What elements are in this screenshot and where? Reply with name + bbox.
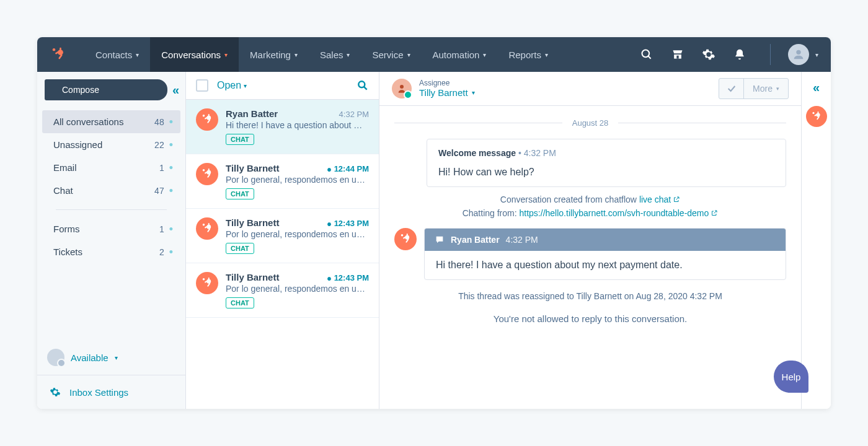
unread-dot-icon: • [169, 120, 173, 125]
thread-avatar-icon [196, 272, 218, 294]
chat-icon [435, 235, 445, 245]
nav-item-automation[interactable]: Automation▾ [422, 37, 498, 72]
collapse-rail-icon[interactable]: « [813, 81, 820, 95]
unread-dot-icon: • [169, 165, 173, 170]
thread-list-header: Open ▾ [186, 72, 379, 100]
caret-down-icon: ▾ [136, 51, 139, 58]
caret-down-icon: ▾ [815, 51, 818, 58]
no-reply-notice: You're not allowed to reply to this conv… [394, 313, 786, 324]
unread-dot-icon: • [169, 250, 173, 255]
caret-down-icon: ▾ [115, 354, 118, 361]
nav-item-sales[interactable]: Sales▾ [309, 37, 361, 72]
thread-avatar-icon [196, 108, 218, 131]
welcome-message-card: Welcome message • 4:32 PM Hi! How can we… [427, 139, 786, 187]
user-presence-avatar-icon [47, 349, 64, 366]
notifications-icon[interactable] [733, 48, 746, 61]
caret-down-icon: ▾ [294, 51, 298, 58]
chat-tag: CHAT [226, 243, 254, 254]
availability-label: Available [71, 352, 108, 363]
thread-avatar-icon [196, 217, 218, 240]
thread-time: 4:32 PM [339, 110, 369, 119]
message-bubble: Ryan Batter 4:32 PM Hi there! I have a q… [424, 228, 786, 280]
assignee-name: Tilly Barnett [419, 87, 468, 98]
caret-down-icon: ▾ [472, 89, 475, 97]
thread-name: Tilly Barnett [226, 163, 279, 173]
mark-done-button[interactable] [719, 79, 744, 98]
chatflow-link[interactable]: live chat [639, 195, 680, 204]
thread-preview: Por lo general, respondemos en u… [226, 284, 369, 294]
assignee-label: Assignee [419, 79, 475, 87]
svg-rect-28 [208, 278, 210, 280]
caret-down-icon: ▾ [347, 51, 350, 58]
search-icon[interactable] [640, 48, 653, 61]
origin-link[interactable]: https://hello.tillybarnett.com/svh-round… [520, 208, 719, 218]
welcome-time: 4:32 PM [524, 148, 556, 158]
thread-list: Open ▾ Ryan Batter4:32 PM Hi there! I ha… [186, 72, 379, 409]
help-button[interactable]: Help [774, 361, 808, 393]
svg-point-9 [796, 50, 800, 55]
conversation-header: Assignee Tilly Barnett ▾ More ▾ [379, 72, 801, 106]
thread-avatar-icon [196, 163, 218, 185]
more-actions-button[interactable]: More ▾ [744, 79, 788, 98]
gear-icon [50, 387, 61, 398]
thread-name: Tilly Barnett [226, 217, 279, 228]
select-all-checkbox[interactable] [196, 79, 208, 92]
folder-unassigned[interactable]: Unassigned22• [37, 133, 185, 156]
thread-item[interactable]: Ryan Batter4:32 PM Hi there! I have a qu… [186, 100, 379, 154]
body: Compose « All conversations48•Unassigned… [37, 72, 831, 409]
status-filter-dropdown[interactable]: Open ▾ [217, 80, 247, 91]
collapse-sidebar-icon[interactable]: « [172, 83, 179, 97]
thread-preview: Por lo general, respondemos en u… [226, 175, 369, 185]
nav-item-service[interactable]: Service▾ [361, 37, 421, 72]
caret-down-icon: ▾ [407, 51, 410, 58]
svg-point-26 [203, 224, 205, 225]
svg-point-5 [642, 50, 650, 58]
folder-all-conversations[interactable]: All conversations48• [42, 110, 180, 133]
folder-email[interactable]: Email1• [37, 156, 185, 179]
search-threads-icon[interactable] [356, 79, 369, 92]
right-rail: « [801, 72, 831, 409]
compose-button[interactable]: Compose [45, 79, 167, 100]
folder-count: 1 [159, 224, 164, 234]
folder-tickets[interactable]: Tickets2• [37, 240, 185, 263]
folder-count: 22 [154, 140, 164, 150]
nav-item-reports[interactable]: Reports▾ [497, 37, 559, 72]
folder-label: All conversations [53, 116, 123, 127]
availability-toggle[interactable]: Available ▾ [37, 340, 185, 375]
svg-rect-8 [676, 56, 678, 59]
caret-down-icon: ▾ [545, 51, 548, 58]
thread-item[interactable]: Tilly Barnett•12:43 PM Por lo general, r… [186, 263, 379, 318]
divider [56, 209, 167, 210]
svg-point-31 [203, 278, 205, 280]
account-menu[interactable]: ▾ [770, 44, 818, 65]
assignee-dropdown[interactable]: Tilly Barnett ▾ [419, 87, 475, 98]
thread-item[interactable]: Tilly Barnett•12:44 PM Por lo general, r… [186, 154, 379, 209]
inbox-settings-link[interactable]: Inbox Settings [37, 375, 185, 409]
settings-icon[interactable] [702, 48, 715, 61]
folder-chat[interactable]: Chat47• [37, 179, 185, 202]
top-nav: Contacts▾Conversations▾Marketing▾Sales▾S… [37, 37, 831, 72]
svg-rect-13 [208, 114, 210, 116]
welcome-body: Hi! How can we help? [438, 167, 774, 178]
folder-label: Chat [53, 185, 73, 196]
marketplace-icon[interactable] [671, 48, 684, 61]
more-label: More [753, 84, 773, 94]
external-link-icon [711, 209, 718, 217]
nav-item-conversations[interactable]: Conversations▾ [150, 37, 239, 72]
svg-point-42 [812, 112, 814, 114]
svg-point-4 [53, 48, 55, 51]
nav-item-marketing[interactable]: Marketing▾ [239, 37, 309, 72]
svg-rect-18 [208, 168, 210, 171]
thread-item[interactable]: Tilly Barnett•12:43 PM Por lo general, r… [186, 209, 379, 263]
svg-point-21 [203, 169, 205, 171]
thread-name: Ryan Batter [226, 108, 278, 119]
svg-line-11 [364, 87, 367, 90]
message-time: 4:32 PM [506, 235, 538, 245]
folder-forms[interactable]: Forms1• [37, 217, 185, 240]
hubspot-rail-icon[interactable] [806, 106, 827, 127]
nav-item-contacts[interactable]: Contacts▾ [84, 37, 150, 72]
svg-rect-1 [60, 48, 61, 51]
thread-preview: Por lo general, respondemos en u… [226, 229, 369, 239]
folder-label: Tickets [53, 247, 82, 257]
caret-down-icon: ▾ [483, 51, 486, 58]
